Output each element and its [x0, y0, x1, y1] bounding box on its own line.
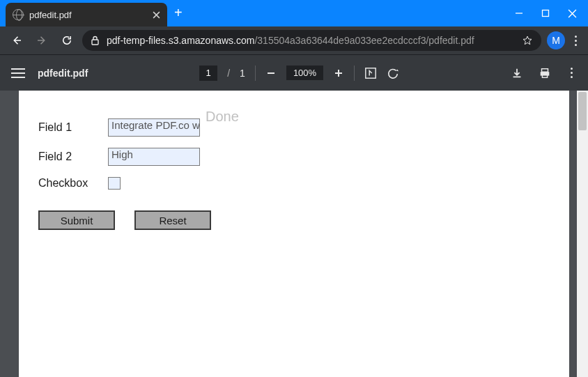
svg-rect-3: [542, 68, 548, 72]
zoom-level: 100%: [286, 66, 323, 80]
svg-rect-1: [92, 40, 98, 45]
page-number-input[interactable]: [199, 66, 217, 81]
pdf-toolbar: pdfedit.pdf / 1 100%: [0, 54, 588, 91]
globe-icon: [13, 9, 24, 20]
window-close-icon[interactable]: [568, 9, 577, 18]
pdf-viewer: Done Field 1 Integrate PDF.co w Field 2 …: [0, 91, 588, 377]
tab-title: pdfedit.pdf: [29, 10, 147, 20]
vertical-scrollbar[interactable]: [577, 91, 588, 377]
field1-input[interactable]: Integrate PDF.co w: [108, 118, 200, 137]
svg-rect-0: [543, 10, 549, 17]
checkbox-row: Checkbox: [38, 177, 211, 190]
url-text: pdf-temp-files.s3.amazonaws.com/315504a3…: [107, 35, 474, 46]
minimize-icon[interactable]: [515, 9, 523, 17]
reset-button[interactable]: Reset: [134, 210, 211, 230]
pdf-form: Field 1 Integrate PDF.co w Field 2 High …: [38, 118, 211, 230]
svg-rect-4: [541, 72, 550, 75]
rotate-icon[interactable]: [387, 67, 399, 79]
close-icon[interactable]: [153, 11, 160, 19]
divider: [354, 66, 355, 81]
lock-icon: [91, 36, 100, 45]
new-tab-button[interactable]: +: [174, 6, 183, 20]
browser-tab[interactable]: pdfedit.pdf: [6, 3, 167, 26]
zoom-in-icon[interactable]: [333, 68, 344, 79]
browser-menu-button[interactable]: [571, 36, 581, 46]
profile-avatar[interactable]: M: [547, 31, 565, 49]
field2-input[interactable]: High: [108, 148, 200, 166]
zoom-out-icon[interactable]: [265, 68, 277, 79]
pdf-menu-button[interactable]: [566, 68, 577, 78]
field1-label: Field 1: [38, 121, 108, 134]
field2-label: Field 2: [38, 151, 108, 163]
checkbox-label: Checkbox: [38, 177, 108, 190]
star-icon[interactable]: [522, 35, 533, 46]
print-icon[interactable]: [539, 67, 551, 79]
page-total: 1: [240, 68, 245, 79]
back-button[interactable]: [7, 31, 26, 50]
field1-row: Field 1 Integrate PDF.co w: [38, 118, 211, 137]
address-bar[interactable]: pdf-temp-files.s3.amazonaws.com/315504a3…: [82, 30, 541, 51]
divider: [255, 66, 256, 81]
reload-button[interactable]: [57, 31, 77, 50]
page-separator: /: [227, 68, 230, 79]
pdf-page: Done Field 1 Integrate PDF.co w Field 2 …: [19, 91, 569, 377]
maximize-icon[interactable]: [541, 9, 550, 17]
document-title: pdfedit.pdf: [38, 68, 88, 79]
submit-button[interactable]: Submit: [38, 210, 115, 230]
form-buttons: Submit Reset: [38, 210, 211, 230]
menu-icon[interactable]: [11, 68, 25, 78]
window-titlebar: pdfedit.pdf +: [0, 0, 588, 26]
pdf-toolbar-right: [511, 67, 577, 79]
checkbox-input[interactable]: [108, 177, 121, 190]
svg-rect-5: [542, 74, 547, 77]
pdf-toolbar-center: / 1 100%: [88, 66, 511, 81]
window-controls: [508, 0, 584, 26]
forward-button[interactable]: [32, 31, 52, 50]
field2-row: Field 2 High: [38, 148, 211, 166]
svg-rect-2: [366, 68, 376, 77]
download-icon[interactable]: [511, 67, 523, 79]
fit-page-icon[interactable]: [364, 67, 377, 79]
browser-toolbar: pdf-temp-files.s3.amazonaws.com/315504a3…: [0, 26, 588, 54]
